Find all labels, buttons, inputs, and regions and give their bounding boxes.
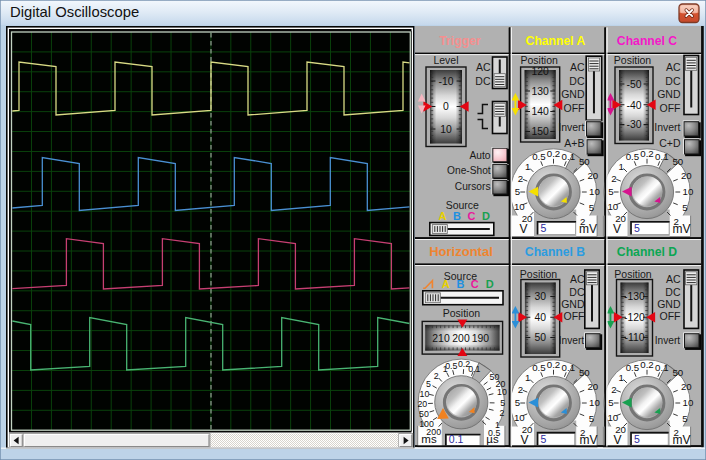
svg-text:OFF: OFF [564, 310, 585, 322]
svg-text:DC: DC [665, 75, 681, 87]
svg-text:µs: µs [486, 433, 499, 445]
svg-text:5: 5 [589, 413, 594, 424]
svg-text:0.2: 0.2 [547, 148, 560, 159]
svg-text:2: 2 [518, 173, 523, 184]
svg-text:5: 5 [541, 222, 547, 234]
svg-text:Invert: Invert [559, 335, 585, 346]
svg-text:DC: DC [569, 286, 585, 298]
svg-text:Channel A: Channel A [526, 34, 586, 48]
svg-text:5: 5 [634, 222, 640, 234]
svg-text:GND: GND [657, 88, 681, 100]
svg-text:10: 10 [420, 389, 430, 399]
svg-text:150: 150 [532, 126, 550, 137]
svg-text:Auto: Auto [470, 150, 491, 161]
svg-text:-120: -120 [624, 312, 645, 323]
svg-text:mV: mV [673, 433, 691, 447]
svg-text:0.2: 0.2 [640, 148, 653, 159]
svg-text:D: D [486, 278, 494, 290]
svg-text:Digital Oscilloscope: Digital Oscilloscope [10, 4, 139, 20]
svg-text:C: C [471, 278, 479, 290]
svg-text:5: 5 [426, 379, 431, 389]
svg-text:10: 10 [497, 387, 507, 397]
svg-text:V: V [520, 433, 528, 447]
svg-text:C+D: C+D [659, 137, 681, 149]
svg-text:20: 20 [681, 381, 692, 392]
svg-text:5: 5 [682, 413, 687, 424]
svg-text:5: 5 [515, 397, 520, 408]
svg-text:AC: AC [570, 273, 585, 285]
svg-text:200: 200 [452, 333, 470, 344]
svg-text:OFF: OFF [564, 102, 585, 114]
svg-text:0.5: 0.5 [445, 361, 457, 371]
svg-text:C: C [468, 210, 476, 222]
svg-text:A: A [439, 210, 447, 222]
svg-text:1: 1 [525, 161, 530, 172]
svg-text:140: 140 [532, 106, 550, 117]
svg-text:10: 10 [514, 412, 525, 423]
svg-text:5: 5 [608, 186, 613, 197]
svg-text:0.1: 0.1 [468, 364, 480, 374]
svg-text:0.5: 0.5 [626, 151, 639, 162]
svg-text:50: 50 [672, 367, 683, 378]
svg-text:AC: AC [570, 61, 585, 73]
svg-text:2: 2 [611, 173, 616, 184]
svg-text:210: 210 [432, 333, 450, 344]
svg-text:10: 10 [607, 201, 618, 212]
svg-text:Channel B: Channel B [525, 245, 585, 259]
svg-text:Position: Position [614, 268, 652, 280]
svg-text:A+B: A+B [564, 137, 584, 149]
svg-text:GND: GND [657, 298, 681, 310]
svg-text:V: V [613, 222, 621, 236]
svg-text:50: 50 [535, 332, 547, 343]
svg-text:0: 0 [443, 101, 449, 112]
svg-text:Position: Position [521, 54, 559, 66]
svg-text:10: 10 [589, 186, 600, 197]
svg-text:Invert: Invert [654, 121, 680, 133]
svg-text:40: 40 [535, 312, 547, 323]
svg-text:1: 1 [618, 161, 623, 172]
svg-text:OFF: OFF [660, 102, 681, 114]
svg-text:20: 20 [681, 170, 692, 181]
svg-text:2: 2 [611, 384, 616, 395]
svg-text:Trigger: Trigger [439, 34, 481, 48]
svg-text:10: 10 [514, 201, 525, 212]
svg-text:-110: -110 [624, 332, 644, 343]
svg-text:Channel D: Channel D [617, 245, 677, 259]
svg-text:2: 2 [434, 371, 439, 381]
svg-text:10: 10 [607, 412, 618, 423]
svg-text:0.5: 0.5 [532, 362, 545, 373]
svg-text:0.1: 0.1 [449, 433, 464, 445]
svg-text:V: V [520, 222, 528, 236]
svg-text:-130: -130 [624, 291, 645, 302]
svg-text:mV: mV [579, 433, 597, 447]
svg-text:-30: -30 [626, 119, 641, 130]
svg-text:0.2: 0.2 [547, 359, 560, 370]
svg-text:One-Shot: One-Shot [447, 165, 491, 176]
svg-text:0.1: 0.1 [562, 151, 575, 162]
svg-text:mV: mV [579, 222, 597, 236]
svg-text:Invert: Invert [655, 335, 681, 346]
svg-text:DC: DC [475, 75, 491, 87]
svg-text:D: D [482, 210, 490, 222]
svg-text:Position: Position [443, 307, 481, 319]
svg-text:AC: AC [476, 61, 491, 73]
svg-text:100: 100 [419, 419, 434, 429]
svg-text:Channel C: Channel C [617, 34, 677, 48]
svg-text:2: 2 [518, 384, 523, 395]
svg-text:ms: ms [421, 433, 437, 445]
svg-text:50: 50 [419, 409, 429, 419]
svg-text:5: 5 [515, 186, 520, 197]
svg-text:0.2: 0.2 [640, 359, 653, 370]
svg-text:-50: -50 [626, 79, 641, 90]
svg-text:-10: -10 [438, 76, 453, 87]
svg-text:0.1: 0.1 [655, 151, 668, 162]
svg-text:5: 5 [589, 202, 594, 213]
svg-text:50: 50 [672, 156, 683, 167]
svg-text:0.5: 0.5 [532, 151, 545, 162]
svg-text:GND: GND [561, 298, 585, 310]
svg-text:AC: AC [666, 61, 681, 73]
svg-text:V: V [613, 433, 621, 447]
svg-text:10: 10 [589, 397, 600, 408]
svg-text:0.1: 0.1 [655, 362, 668, 373]
svg-text:Position: Position [520, 268, 558, 280]
